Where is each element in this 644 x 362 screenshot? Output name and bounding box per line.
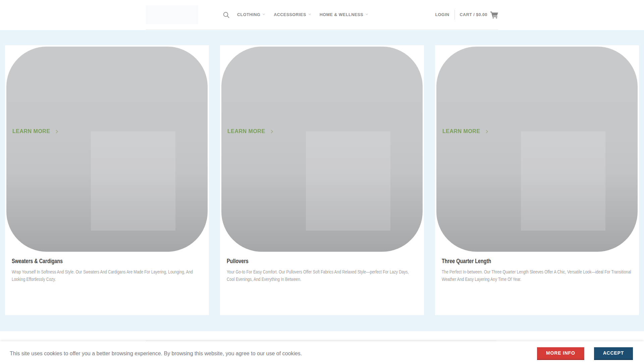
- header-account-area: LOGIN CART / $0.00: [435, 10, 498, 20]
- site-header: CLOTHING ACCESSORIES HOME & WELLNESS LOG…: [0, 0, 644, 30]
- chevron-right-icon: [269, 130, 273, 133]
- nav-item-clothing[interactable]: CLOTHING: [237, 12, 265, 17]
- image-placeholder-icon: [91, 131, 175, 231]
- nav-item-label: HOME & WELLNESS: [320, 12, 363, 17]
- card-description: Wrap Yourself In Softness And Style. Our…: [12, 268, 202, 283]
- header-divider: [454, 10, 455, 20]
- nav-item-label: CLOTHING: [237, 12, 260, 17]
- shopping-cart-icon: [490, 11, 498, 18]
- accept-button[interactable]: ACCEPT: [594, 347, 633, 360]
- category-card-sweaters-cardigans: Sweaters & Cardigans Wrap Yourself In So…: [5, 45, 209, 315]
- learn-more-link[interactable]: LEARN MORE: [442, 128, 487, 134]
- site-logo[interactable]: [146, 5, 198, 24]
- cart-total-label: CART / $0.00: [460, 12, 487, 17]
- cart-link[interactable]: CART / $0.00: [460, 11, 498, 18]
- card-title: Three Quarter Length: [442, 258, 594, 265]
- nav-item-label: ACCESSORIES: [274, 12, 306, 17]
- nav-item-accessories[interactable]: ACCESSORIES: [274, 12, 311, 17]
- category-image-placeholder[interactable]: [221, 47, 423, 252]
- card-body: Sweaters & Cardigans Wrap Yourself In So…: [5, 252, 209, 283]
- learn-more-label: LEARN MORE: [227, 128, 265, 134]
- image-placeholder-icon: [306, 131, 390, 231]
- card-title: Sweaters & Cardigans: [12, 258, 164, 265]
- card-body: Three Quarter Length The Perfect In-betw…: [435, 252, 639, 283]
- learn-more-link[interactable]: LEARN MORE: [12, 128, 57, 134]
- learn-more-label: LEARN MORE: [442, 128, 480, 134]
- card-title: Pullovers: [227, 258, 379, 265]
- category-image-placeholder[interactable]: [436, 47, 638, 252]
- chevron-right-icon: [484, 130, 488, 133]
- chevron-down-icon: [263, 13, 265, 15]
- cards-row: Sweaters & Cardigans Wrap Yourself In So…: [5, 45, 639, 315]
- category-cards-section: Sweaters & Cardigans Wrap Yourself In So…: [0, 30, 644, 331]
- more-info-button[interactable]: MORE INFO: [537, 347, 584, 360]
- main-nav: CLOTHING ACCESSORIES HOME & WELLNESS: [223, 12, 377, 18]
- category-card-three-quarter-length: Three Quarter Length The Perfect In-betw…: [435, 45, 639, 315]
- search-button[interactable]: [223, 12, 229, 18]
- login-link[interactable]: LOGIN: [435, 12, 449, 17]
- chevron-right-icon: [54, 130, 58, 133]
- card-body: Pullovers Your Go-to For Easy Comfort. O…: [220, 252, 424, 283]
- header-container: CLOTHING ACCESSORIES HOME & WELLNESS LOG…: [146, 0, 498, 30]
- learn-more-label: LEARN MORE: [12, 128, 50, 134]
- image-placeholder-icon: [521, 131, 605, 231]
- category-image-placeholder[interactable]: [6, 47, 208, 252]
- learn-more-link[interactable]: LEARN MORE: [227, 128, 272, 134]
- category-card-pullovers: Pullovers Your Go-to For Easy Comfort. O…: [220, 45, 424, 315]
- search-icon: [223, 12, 229, 18]
- cookie-notice-bar: This site uses cookies to offer you a be…: [0, 341, 644, 362]
- chevron-down-icon: [309, 13, 311, 15]
- nav-item-home-wellness[interactable]: HOME & WELLNESS: [320, 12, 368, 17]
- card-description: Your Go-to For Easy Comfort. Our Pullove…: [227, 268, 417, 283]
- chevron-down-icon: [366, 13, 368, 15]
- card-description: The Perfect In-between. Our Three Quarte…: [442, 268, 632, 283]
- cookie-actions: MORE INFO ACCEPT: [537, 347, 633, 360]
- cookie-message: This site uses cookies to offer you a be…: [10, 351, 302, 357]
